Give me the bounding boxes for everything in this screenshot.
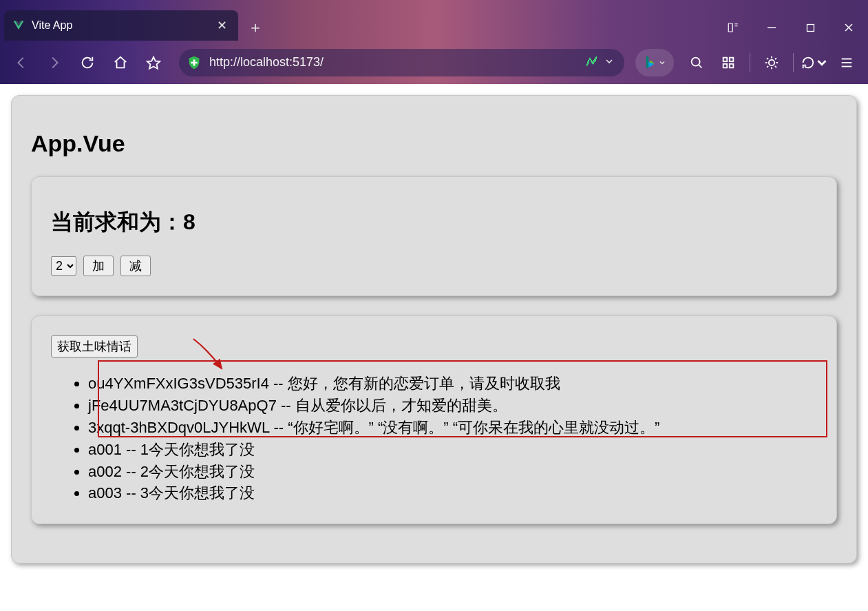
svg-line-19	[767, 58, 768, 59]
svg-rect-13	[730, 63, 734, 68]
split-screen-icon[interactable]	[714, 14, 752, 41]
search-button[interactable]	[682, 48, 711, 77]
tab-title: Vite App	[32, 19, 207, 32]
forward-button	[40, 48, 69, 77]
subtract-button[interactable]: 减	[120, 256, 151, 276]
talk-list: ou4YXmFXxIG3sVD535rI4 -- 您好，您有新的恋爱订单，请及时…	[51, 373, 817, 504]
home-button[interactable]	[106, 48, 135, 77]
sum-label: 当前求和为：	[51, 209, 183, 234]
svg-rect-2	[807, 24, 814, 31]
url-indicators: 🗲	[586, 55, 615, 70]
sum-display: 当前求和为：8	[51, 207, 817, 238]
page-title: App.Vue	[31, 130, 837, 157]
svg-point-14	[769, 59, 774, 65]
add-button[interactable]: 加	[83, 256, 114, 276]
svg-rect-0	[728, 23, 732, 32]
svg-rect-7	[191, 61, 197, 63]
counter-card: 当前求和为：8 2 加 减	[31, 176, 837, 296]
svg-point-8	[692, 57, 700, 65]
shield-icon	[186, 54, 202, 71]
list-item: ou4YXmFXxIG3sVD535rI4 -- 您好，您有新的恋爱订单，请及时…	[88, 373, 817, 395]
fetch-talk-button[interactable]: 获取土味情话	[51, 335, 138, 358]
toolbar-right	[682, 48, 861, 77]
toolbar: http://localhost:5173/ 🗲	[0, 41, 868, 84]
step-select[interactable]: 2	[51, 256, 76, 276]
svg-rect-11	[730, 57, 734, 61]
tab-active[interactable]: Vite App ✕	[4, 10, 238, 41]
bing-search-button[interactable]	[635, 49, 674, 76]
sum-value: 8	[183, 209, 195, 234]
svg-line-21	[767, 65, 768, 67]
svg-marker-5	[147, 56, 160, 68]
url-bar[interactable]: http://localhost:5173/ 🗲	[179, 49, 624, 76]
new-tab-button[interactable]: ＋	[242, 14, 268, 41]
talk-card: 获取土味情话 ou4YXmFXxIG3sVD535rI4 -- 您好，您有新的恋…	[31, 315, 837, 524]
undo-button[interactable]	[801, 48, 829, 77]
browser-chrome: Vite App ✕ ＋	[0, 0, 868, 84]
svg-line-20	[775, 65, 776, 67]
counter-controls: 2 加 减	[51, 256, 817, 276]
reload-button[interactable]	[73, 48, 102, 77]
svg-line-9	[699, 64, 701, 67]
app-shell: App.Vue 当前求和为：8 2 加 减 获取土味情话	[11, 95, 857, 563]
close-window-icon[interactable]	[829, 14, 868, 41]
maximize-icon[interactable]	[791, 14, 829, 41]
bolt-icon[interactable]: 🗲	[586, 55, 598, 70]
chevron-down-icon[interactable]	[604, 56, 615, 70]
back-button	[7, 48, 36, 77]
favorite-button[interactable]	[139, 48, 168, 77]
page-viewport: App.Vue 当前求和为：8 2 加 减 获取土味情话	[0, 84, 868, 574]
list-item: a001 -- 1今天你想我了没	[88, 439, 817, 461]
list-item: a002 -- 2今天你想我了没	[88, 461, 817, 483]
minimize-icon[interactable]	[752, 14, 791, 41]
list-item: 3xqqt-3hBXDqv0LJYHkWL -- “你好宅啊。” “没有啊。” …	[88, 417, 817, 439]
apps-button[interactable]	[714, 48, 743, 77]
list-item: a003 -- 3今天你想我了没	[88, 482, 817, 504]
svg-rect-10	[723, 57, 728, 61]
svg-line-22	[775, 58, 776, 59]
vue-favicon-icon	[12, 19, 25, 32]
theme-button[interactable]	[757, 48, 786, 77]
svg-rect-12	[723, 63, 728, 68]
arrow-annotation-icon	[191, 337, 233, 378]
menu-button[interactable]	[832, 48, 861, 77]
window-controls	[714, 13, 868, 41]
url-text: http://localhost:5173/	[209, 55, 579, 70]
tab-bar: Vite App ✕ ＋	[0, 0, 868, 41]
list-item: jFe4UU7MA3tCjDYU8ApQ7 -- 自从爱你以后，才知爱的甜美。	[88, 395, 817, 417]
tab-close-icon[interactable]: ✕	[214, 18, 230, 33]
